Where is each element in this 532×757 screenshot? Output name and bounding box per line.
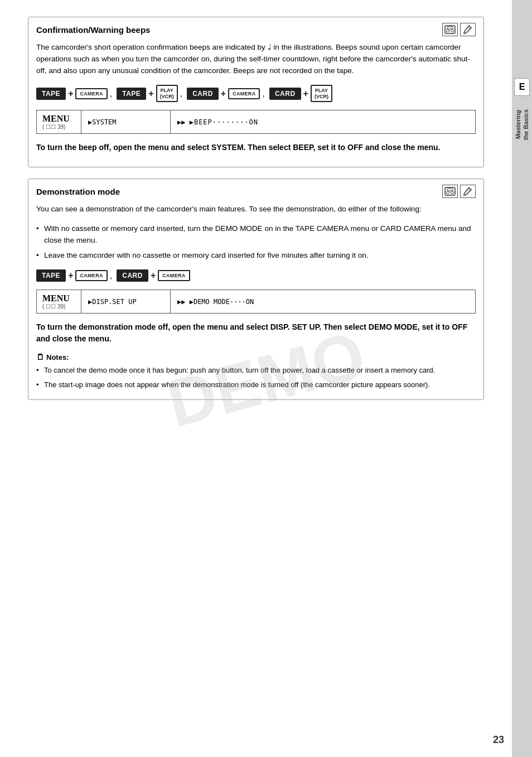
- card-btn-2: CARD: [269, 88, 301, 100]
- tape-btn-demo: TAPE: [36, 269, 66, 282]
- camera-btn-demo-2: CAMERA: [158, 270, 190, 281]
- svg-point-2: [451, 30, 454, 32]
- main-content: Confirmation/Warning beeps: [0, 0, 512, 757]
- plus-2: +: [148, 89, 153, 99]
- demo-bullet-2: • Leave the camcorder with no cassette o…: [36, 250, 476, 262]
- tape-btn-2: TAPE: [117, 88, 146, 100]
- svg-point-1: [447, 30, 449, 32]
- notes-section: 🗒 Notes: To cancel the demo mode once it…: [36, 353, 476, 390]
- plus-3: +: [221, 89, 226, 99]
- demonstration-title: Demonstration mode: [36, 187, 120, 196]
- camera-btn-2: CAMERA: [228, 88, 260, 99]
- demonstration-buttons: TAPE + CAMERA , CARD + CAMERA: [36, 269, 476, 282]
- svg-rect-8: [447, 189, 453, 191]
- confirmation-menu-beep: ▶▶ ▶BEEP········ON: [171, 110, 265, 133]
- comma-demo: ,: [110, 271, 112, 281]
- confirmation-header: Confirmation/Warning beeps: [36, 23, 476, 36]
- tab-e-label: E: [514, 78, 530, 96]
- plus-demo-2: +: [151, 271, 156, 281]
- demonstration-header: Demonstration mode: [36, 185, 476, 198]
- camera-btn-demo-1: CAMERA: [75, 270, 107, 281]
- demonstration-menu-disp: ▶DISP.SET UP: [81, 290, 171, 313]
- confirmation-title: Confirmation/Warning beeps: [36, 25, 150, 35]
- demonstration-section: Demonstration mode: [28, 179, 484, 400]
- page-number: 23: [493, 734, 504, 746]
- menu-word-1: MENU: [42, 114, 75, 124]
- note-item-2: The start-up image does not appear when …: [36, 379, 476, 390]
- comma-1: ,: [110, 89, 112, 99]
- tape-icon: [442, 23, 458, 36]
- confirmation-menu-label: MENU ( ☐☐ 39): [37, 110, 81, 133]
- menu-word-2: MENU: [42, 293, 75, 303]
- plus-1: +: [68, 89, 73, 99]
- notes-list: To cancel the demo mode once it has begu…: [36, 365, 476, 390]
- double-arrow-2: ▶▶: [177, 298, 185, 306]
- svg-rect-3: [447, 27, 453, 29]
- confirmation-buttons: TAPE + CAMERA , TAPE + PLAY(VCR) , CARD …: [36, 85, 476, 103]
- confirmation-instruction: To turn the beep off, open the menu and …: [36, 142, 476, 153]
- confirmation-icons: [442, 23, 476, 36]
- menu-ref-2: ( ☐☐ 39): [42, 303, 75, 310]
- demonstration-icons: [442, 185, 476, 198]
- demonstration-instruction: To turn the demonstration mode off, open…: [36, 321, 476, 345]
- beep-text: ▶BEEP········ON: [190, 118, 258, 126]
- play-vcr-btn-1: PLAY(VCR): [156, 85, 178, 103]
- play-vcr-btn-2: PLAY(VCR): [311, 85, 332, 103]
- demo-mode-text: ▶DEMO MODE····ON: [190, 298, 254, 306]
- confirmation-body: The camcorder's short operation confirma…: [36, 42, 476, 77]
- notes-header: 🗒 Notes:: [36, 353, 476, 361]
- page: DEMO Confirmation/Warning beeps: [0, 0, 532, 757]
- demonstration-menu-row: MENU ( ☐☐ 39) ▶DISP.SET UP ▶▶ ▶DEMO MODE…: [36, 290, 476, 314]
- svg-point-6: [447, 191, 449, 194]
- svg-point-7: [451, 191, 454, 194]
- comma-2: ,: [180, 89, 182, 99]
- confirmation-section: Confirmation/Warning beeps: [28, 17, 484, 167]
- menu-ref-1: ( ☐☐ 39): [42, 124, 75, 130]
- card-btn-1: CARD: [187, 88, 219, 100]
- system-text: ▶SYSTEM: [88, 118, 117, 126]
- double-arrow-1: ▶▶: [177, 118, 185, 126]
- pencil-icon-2: [460, 185, 476, 198]
- comma-3: ,: [262, 89, 264, 99]
- camera-btn-1: CAMERA: [75, 88, 107, 99]
- pencil-icon: [460, 23, 476, 36]
- confirmation-menu-system: ▶SYSTEM: [81, 110, 171, 133]
- tape-btn-1: TAPE: [36, 88, 66, 100]
- plus-4: +: [303, 89, 308, 99]
- card-btn-demo: CARD: [117, 269, 148, 282]
- demo-bullet-1: • With no cassette or memory card insert…: [36, 223, 476, 247]
- demonstration-body: You can see a demonstration of the camco…: [36, 204, 476, 215]
- right-tab: E Masteringthe Basics: [512, 0, 532, 757]
- plus-demo-1: +: [68, 271, 73, 281]
- notes-label: Notes:: [46, 353, 69, 361]
- disp-text: ▶DISP.SET UP: [88, 298, 137, 306]
- notes-icon: 🗒: [36, 353, 44, 361]
- demonstration-menu-demo: ▶▶ ▶DEMO MODE····ON: [171, 290, 260, 313]
- demonstration-menu-label: MENU ( ☐☐ 39): [37, 290, 81, 313]
- note-item-1: To cancel the demo mode once it has begu…: [36, 365, 476, 376]
- tape-icon-2: [442, 185, 458, 198]
- svg-line-4: [468, 27, 470, 29]
- mastering-label: Masteringthe Basics: [514, 109, 530, 140]
- confirmation-menu-row: MENU ( ☐☐ 39) ▶SYSTEM ▶▶ ▶BEEP········ON: [36, 110, 476, 134]
- svg-line-9: [468, 189, 470, 191]
